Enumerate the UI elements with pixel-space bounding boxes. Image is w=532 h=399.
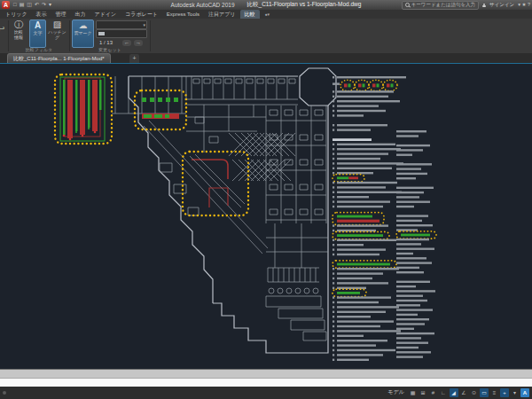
search-placeholder: キーワードまたは語句を入力 [411,2,475,8]
ribbon-options-icon[interactable]: ●▾ [265,10,270,19]
qat-icon[interactable]: ◫ [27,0,32,10]
command-prompt-icon [3,391,6,395]
status-toggle-icon[interactable]: ▭ [480,388,489,397]
compare-info-button[interactable]: ⓘ 比較 情報 [11,20,27,46]
command-input-row[interactable] [0,378,532,387]
status-toggle-icon[interactable]: ⊙ [470,388,479,397]
text-filter-button[interactable]: A 文字 [29,20,46,48]
ribbon-tabs: トリック表示管理出力アドインコラボレートExpress Tools注目アプリ比較… [0,10,532,19]
status-toggles: ▦⊞#∟◢∠⊙▭≡+▾A [409,388,530,397]
change-area-stairs [60,77,105,141]
ribbon-tab-管理[interactable]: 管理 [51,10,71,19]
command-line-area[interactable] [0,369,532,378]
notes-text-columns [332,76,436,361]
app-title: Autodesk AutoCAD 2019 [171,2,235,8]
revision-cloud-button[interactable]: ☁ 雲マーク [72,20,94,48]
revision-cloud-walls[interactable] [183,152,248,215]
revision-cloud-symbol[interactable] [355,80,369,90]
ribbon-tab-コラボレート[interactable]: コラボレート [121,10,162,19]
autocad-window: A □▤◫↶↷▾ Autodesk AutoCAD 2019 比較_C11-Fl… [0,0,532,399]
model-space-label[interactable]: モデル [388,388,404,396]
document-title: 比較_C11-Floorplan vs 1-Floorplan-Mod.dwg [247,1,362,9]
changeset-color-field[interactable] [96,29,147,38]
search-icon [405,3,410,7]
titlebar-extra-icons[interactable]: ▾ ★ ? [518,1,530,9]
drawing-file-tab[interactable]: 比較_C11-Floorpla... 1-Floorplan-Mod* [7,53,111,64]
next-change-button[interactable]: → [134,40,143,46]
revision-cloud-symbol[interactable] [340,80,355,90]
floorplan-lines [112,68,336,353]
status-toggle-icon[interactable]: A [520,388,529,397]
qat-icon[interactable]: ↷ [42,0,46,10]
chevron-down-icon: ▾ [143,22,145,27]
drawing-canvas[interactable] [0,64,532,369]
autocad-logo-icon[interactable]: A [2,1,10,9]
status-toggle-icon[interactable]: + [500,388,509,397]
ribbon-tab-トリック[interactable]: トリック [1,10,32,19]
signin-button[interactable]: サインイン [489,2,514,8]
revision-cloud-symbol[interactable] [383,80,397,90]
ribbon-tab-表示[interactable]: 表示 [32,10,51,19]
status-toggle-icon[interactable]: ∠ [459,388,468,397]
ribbon-tab-出力[interactable]: 出力 [71,10,90,19]
status-bar: モデル ▦⊞#∟◢∠⊙▭≡+▾A [0,387,532,399]
ribbon-tab-アドイン[interactable]: アドイン [90,10,121,19]
revision-cloud-symbol[interactable] [369,80,383,90]
qat-icon[interactable]: ↶ [35,0,39,10]
prev-change-button[interactable]: ← [122,40,131,46]
status-toggle-icon[interactable]: ▾ [511,388,520,397]
status-toggle-icon[interactable]: ◢ [450,388,458,397]
status-toggle-icon[interactable]: ≡ [490,388,499,397]
changeset-dropdown[interactable]: ▾ [96,20,147,29]
file-tab-bar: 比較_C11-Floorpla... 1-Floorplan-Mod* + [0,53,532,64]
status-toggle-icon[interactable]: ⊞ [419,388,427,397]
qat-icon[interactable]: □ [13,0,17,10]
quick-access-toolbar[interactable]: □▤◫↶↷▾ [13,0,51,10]
color-swatch [98,32,105,35]
status-toggle-icon[interactable]: ▦ [409,388,418,397]
status-toggle-icon[interactable]: ∟ [439,388,448,397]
ribbon-panel-area: ↩ ⓘ 比較 情報 A 文字 ▨ ハッチング 比較フィルタ ☁ 雲マーク ▾ 1… [0,19,532,54]
change-area-fixtures [142,98,179,119]
change-area-walls [190,154,245,207]
help-search-input[interactable]: キーワードまたは語句を入力 [402,1,479,10]
user-icon [482,4,486,7]
hatch-filter-button[interactable]: ▨ ハッチング [46,20,68,46]
ribbon-tab-比較[interactable]: 比較 [240,10,260,19]
ribbon-tab-注目アプリ[interactable]: 注目アプリ [204,10,239,19]
ribbon-tab-Express Tools[interactable]: Express Tools [162,10,204,19]
status-toggle-icon[interactable]: # [429,388,438,397]
new-tab-button[interactable]: + [129,54,139,63]
changeset-counter: 1 / 13 [99,40,113,45]
qat-icon[interactable]: ▾ [49,0,51,10]
pan-back-icon[interactable]: ↩ [0,24,4,34]
revision-cloud-fixtures[interactable] [135,90,186,129]
filter-panel-label: 比較フィルタ [10,47,68,52]
revision-cloud-note[interactable] [332,213,384,225]
qat-icon[interactable]: ▤ [20,0,25,10]
changeset-panel-label: 変更セット [72,47,148,52]
floorplan-compare-view [0,64,532,369]
